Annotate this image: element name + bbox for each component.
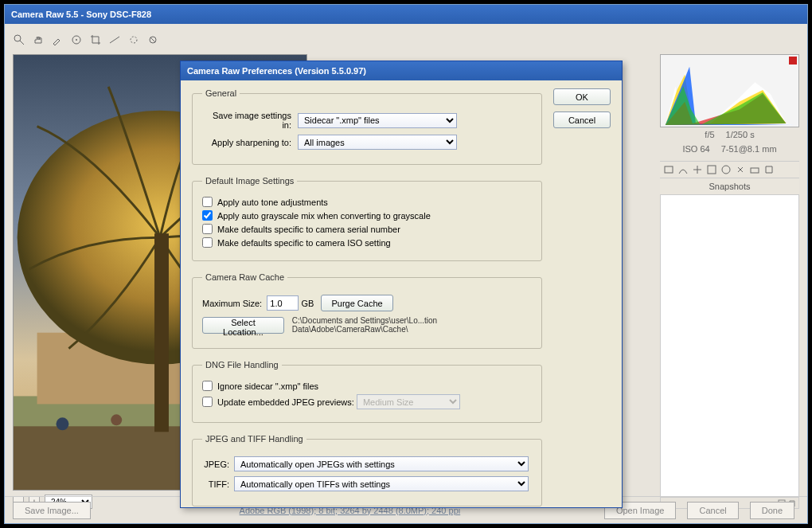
serial-label: Make defaults specific to camera serial …: [217, 225, 400, 234]
dng-group: DNG File Handling Ignore sidecar ".xmp" …: [192, 360, 542, 423]
right-panel: f/51/250 s ISO 647-51@8.1 mm Snapshots: [660, 54, 799, 509]
crop-icon[interactable]: [89, 33, 102, 46]
hand-icon[interactable]: [32, 33, 45, 46]
svg-point-15: [111, 414, 122, 425]
svg-rect-17: [708, 166, 716, 174]
general-group: General Save image settings in: Sidecar …: [192, 88, 542, 165]
ignore-xmp-label: Ignore sidecar ".xmp" files: [217, 381, 318, 391]
auto-gray-label: Apply auto grayscale mix when converting…: [217, 211, 431, 221]
done-button[interactable]: Done: [750, 502, 794, 519]
ignore-xmp-checkbox[interactable]: [202, 381, 213, 391]
dialog-title: Camera Raw Preferences (Version 5.5.0.97…: [187, 66, 366, 76]
max-size-input[interactable]: [267, 295, 299, 311]
preview-size-select: Medium Size: [357, 394, 460, 409]
cancel-button[interactable]: Cancel: [687, 502, 738, 519]
svg-rect-13: [154, 233, 169, 432]
svg-point-5: [131, 37, 137, 43]
snapshots-list[interactable]: [660, 195, 799, 498]
spot-icon[interactable]: [127, 33, 140, 46]
update-preview-checkbox[interactable]: [202, 397, 213, 407]
select-location-button[interactable]: Select Location...: [202, 317, 284, 334]
dng-legend: DNG File Handling: [202, 360, 282, 370]
sharpen-label: Apply sharpening to:: [202, 138, 298, 147]
gb-label: GB: [301, 299, 314, 308]
general-legend: General: [202, 88, 240, 98]
preferences-dialog: Camera Raw Preferences (Version 5.5.0.97…: [180, 61, 623, 508]
save-image-button[interactable]: Save Image...: [13, 502, 91, 519]
svg-rect-19: [751, 168, 759, 173]
defaults-legend: Default Image Settings: [202, 176, 297, 186]
clip-warning-icon[interactable]: [789, 57, 797, 65]
tiff-select[interactable]: Automatically open TIFFs with settings: [234, 476, 529, 491]
tab-split-icon[interactable]: [720, 164, 732, 175]
svg-line-1: [20, 41, 24, 45]
cancel-button[interactable]: Cancel: [553, 111, 611, 128]
save-settings-label: Save image settings in:: [202, 111, 298, 130]
jpeg-select[interactable]: Automatically open JPEGs with settings: [234, 456, 529, 471]
app-titlebar: Camera Raw 5.5 - Sony DSC-F828: [5, 5, 807, 24]
tab-presets-icon[interactable]: [763, 164, 775, 175]
auto-tone-checkbox[interactable]: [202, 197, 213, 207]
cache-path: C:\Documents and Settings\user\Lo...tion…: [292, 316, 532, 334]
svg-rect-16: [665, 166, 673, 173]
jpeg-tiff-legend: JPEG and TIFF Handling: [202, 434, 306, 444]
svg-point-14: [56, 417, 68, 430]
cache-legend: Camera Raw Cache: [202, 272, 287, 282]
tab-curve-icon[interactable]: [677, 164, 689, 175]
toolbar: [13, 30, 159, 49]
jpeg-tiff-group: JPEG and TIFF Handling JPEG: Automatical…: [192, 434, 542, 506]
tab-lens-icon[interactable]: [735, 164, 746, 175]
max-size-label: Maximum Size:: [202, 299, 262, 308]
iso-value: ISO 64: [682, 144, 709, 154]
svg-point-18: [722, 166, 730, 174]
save-settings-select[interactable]: Sidecar ".xmp" files: [298, 113, 457, 128]
auto-tone-label: Apply auto tone adjustments: [217, 198, 328, 207]
tiff-label: TIFF:: [202, 479, 234, 489]
svg-point-0: [14, 35, 21, 41]
shutter-value: 1/250 s: [726, 130, 755, 139]
cache-group: Camera Raw Cache Maximum Size: GB Purge …: [192, 272, 542, 349]
tab-camera-icon[interactable]: [749, 164, 760, 175]
purge-cache-button[interactable]: Purge Cache: [321, 295, 392, 311]
app-body: − + 24% f/51/250 s ISO 647-51@8.1 mm: [5, 24, 807, 523]
aperture-value: f/5: [705, 130, 714, 139]
redeye-icon[interactable]: [146, 33, 159, 46]
tab-detail-icon[interactable]: [692, 164, 703, 175]
svg-line-4: [110, 37, 119, 43]
panel-title: Snapshots: [660, 178, 799, 195]
app-window: Camera Raw 5.5 - Sony DSC-F828: [4, 4, 808, 524]
update-preview-label: Update embedded JPEG previews:: [217, 397, 354, 407]
eyedropper-icon[interactable]: [51, 33, 64, 46]
sharpen-select[interactable]: All images: [298, 135, 457, 150]
sampler-icon[interactable]: [70, 33, 83, 46]
svg-line-7: [150, 37, 155, 42]
jpeg-label: JPEG:: [202, 460, 234, 469]
app-title: Camera Raw 5.5 - Sony DSC-F828: [11, 10, 151, 19]
straighten-icon[interactable]: [108, 33, 121, 46]
zoom-icon[interactable]: [13, 33, 25, 46]
panel-tabs: [660, 161, 799, 178]
ok-button[interactable]: OK: [553, 88, 611, 105]
iso-checkbox[interactable]: [202, 237, 213, 248]
serial-checkbox[interactable]: [202, 224, 213, 234]
dialog-titlebar: Camera Raw Preferences (Version 5.5.0.97…: [181, 61, 622, 80]
svg-point-3: [76, 39, 77, 41]
defaults-group: Default Image Settings Apply auto tone a…: [192, 176, 542, 261]
focal-value: 7-51@8.1 mm: [721, 144, 777, 154]
auto-gray-checkbox[interactable]: [202, 210, 213, 221]
tab-basic-icon[interactable]: [663, 164, 674, 175]
histogram[interactable]: [660, 54, 799, 127]
tab-hsl-icon[interactable]: [706, 164, 717, 175]
iso-label: Make defaults specific to camera ISO set…: [217, 238, 391, 248]
